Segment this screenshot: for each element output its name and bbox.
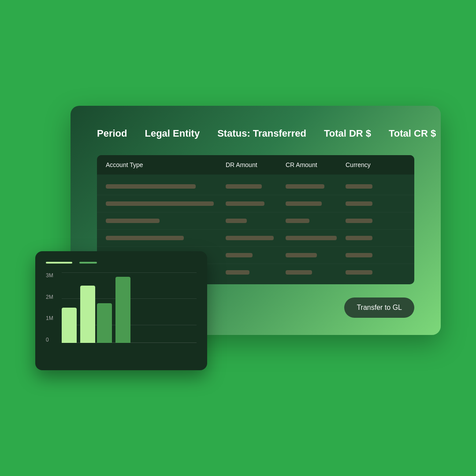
cell — [226, 219, 247, 223]
chart-bars — [62, 272, 197, 343]
col-cr-amount: CR Amount — [286, 161, 346, 168]
cell — [226, 201, 264, 206]
summary-row: Period Legal Entity Status: Transferred … — [97, 128, 414, 139]
cell — [106, 201, 214, 206]
bar-dark-3 — [115, 277, 130, 343]
cell — [346, 236, 372, 240]
cell — [346, 270, 372, 275]
cell — [286, 270, 312, 275]
y-label-0: 0 — [46, 337, 53, 343]
chart-y-labels: 3M 2M 1M 0 — [46, 272, 53, 352]
cell — [286, 201, 322, 206]
cell — [106, 236, 184, 240]
cell — [106, 219, 160, 223]
cell — [226, 253, 253, 257]
cell — [286, 253, 317, 257]
cell — [286, 184, 324, 189]
chart-legend — [46, 262, 197, 264]
total-dr-label: Total DR $ — [324, 128, 371, 139]
table-row — [97, 195, 414, 212]
y-label-2m: 2M — [46, 294, 53, 300]
bar-group-3 — [115, 277, 130, 343]
cell — [346, 184, 372, 189]
status-label: Status: Transferred — [217, 128, 306, 139]
period-label: Period — [97, 128, 127, 139]
col-currency: Currency — [346, 161, 405, 168]
transfer-to-gl-button[interactable]: Transfer to GL — [344, 298, 414, 318]
table-row — [97, 178, 414, 195]
bar-light-2 — [80, 286, 95, 343]
chart-card: 3M 2M 1M 0 — [35, 251, 207, 370]
bar-dark-2 — [97, 303, 112, 343]
scene: Period Legal Entity Status: Transferred … — [35, 106, 441, 370]
legend-series1 — [46, 262, 72, 264]
col-dr-amount: DR Amount — [226, 161, 286, 168]
cell — [226, 270, 249, 275]
cell — [226, 184, 262, 189]
bar-group-1 — [62, 308, 77, 343]
cell — [226, 236, 274, 240]
chart-area: 3M 2M 1M 0 — [46, 272, 197, 352]
cell — [346, 253, 372, 257]
legend-series2 — [79, 262, 97, 264]
cell — [286, 219, 309, 223]
y-label-3m: 3M — [46, 272, 53, 279]
bar-light-1 — [62, 308, 77, 343]
y-label-1m: 1M — [46, 315, 53, 321]
table-header: Account Type DR Amount CR Amount Currenc… — [97, 155, 414, 175]
table-row — [97, 212, 414, 230]
cell — [346, 201, 372, 206]
bar-group-2 — [80, 286, 112, 343]
cell — [106, 184, 196, 189]
total-cr-label: Total CR $ — [389, 128, 436, 139]
cell — [286, 236, 337, 240]
table-row — [97, 230, 414, 247]
col-account-type: Account Type — [106, 161, 226, 168]
legal-entity-label: Legal Entity — [145, 128, 200, 139]
cell — [346, 219, 372, 223]
